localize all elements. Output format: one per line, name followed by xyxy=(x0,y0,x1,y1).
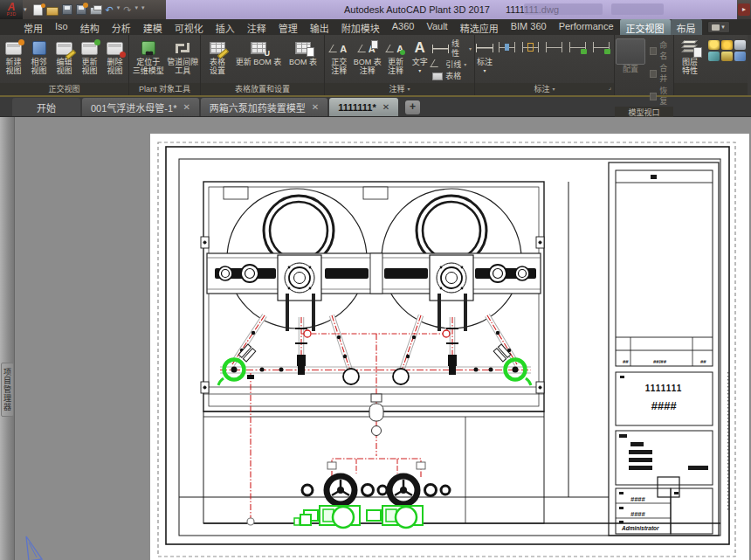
update-bom-table-button[interactable]: 更新 BOM 表 xyxy=(233,37,284,66)
new-view-button[interactable]: 新建视图 xyxy=(1,37,26,75)
close-tab-icon[interactable]: ✕ xyxy=(312,103,319,112)
ribbon-tab-home[interactable]: 常用 xyxy=(17,19,49,35)
dimension-dialog-launcher-icon[interactable]: ⌟ xyxy=(609,81,611,93)
viewport-config-icon xyxy=(616,38,645,65)
edit-view-button[interactable]: 编辑视图 xyxy=(52,37,77,75)
save-as-icon[interactable] xyxy=(76,4,86,15)
redo-dropdown-icon[interactable]: ▾ xyxy=(134,4,138,16)
drawing-number: 1111111 xyxy=(645,384,683,393)
viewport-join-icon xyxy=(650,70,657,78)
app-logo-letter: A xyxy=(8,3,16,11)
redo-icon[interactable]: ↷ xyxy=(123,4,131,16)
titlebar-right-icon[interactable]: ▸ xyxy=(738,3,750,16)
table-setup-button[interactable]: 表格设置 xyxy=(202,37,233,75)
ribbon-tab-manage[interactable]: 管理 xyxy=(272,19,304,35)
ribbon-display-toggle[interactable]: ▾ xyxy=(707,21,730,33)
new-drawing-icon[interactable] xyxy=(33,4,43,16)
viewport-restore-button[interactable]: 恢复 xyxy=(650,86,671,107)
drawing-canvas[interactable]: ## ##/## ## 1111111 #### #### #### Admin… xyxy=(0,117,751,560)
edit-view-icon xyxy=(56,42,72,55)
update-annotation-button[interactable]: A 更新注释 xyxy=(382,37,410,75)
new-tab-button[interactable]: + xyxy=(405,100,420,114)
undo-dropdown-icon[interactable]: ▾ xyxy=(117,4,121,16)
dim-reassociate-icon[interactable] xyxy=(522,42,539,52)
ribbon-tab-structure[interactable]: 结构 xyxy=(74,19,106,35)
panel-label-dimension[interactable]: 标注▾⌟ xyxy=(475,83,614,95)
adjacent-view-icon xyxy=(32,41,46,55)
update-view-button[interactable]: 更新视图 xyxy=(77,37,102,75)
layer-match-icon[interactable] xyxy=(734,52,746,61)
file-tab-start[interactable]: 开始 xyxy=(12,98,80,116)
file-tab-dosing-model[interactable]: 两箱六泵加药装置模型 ✕ xyxy=(201,98,327,116)
ribbon-tab-output[interactable]: 输出 xyxy=(304,19,335,35)
project-manager-tab[interactable]: 项目管理器 xyxy=(1,363,14,417)
app-menu-chevron-icon[interactable]: ▾ xyxy=(24,6,27,13)
plot-icon[interactable] xyxy=(90,7,102,15)
ribbon-tab-visualize[interactable]: 可视化 xyxy=(169,19,210,35)
ribbon-tab-bar: 常用 Iso 结构 分析 建模 可视化 插入 注释 管理 输出 附加模块 A36… xyxy=(0,19,751,35)
linear-dim-item[interactable]: 线性▾ xyxy=(432,39,472,59)
locate-in-3d-model-button[interactable]: 定位于三维模型 xyxy=(130,37,166,75)
titlebar: A P3D ▾ ↶ ▾ ↷ ▾ ▾ Autodesk AutoCAD Plant… xyxy=(0,0,751,19)
ribbon-tab-addins[interactable]: 附加模块 xyxy=(335,19,386,35)
dim-baseline-icon[interactable] xyxy=(546,42,562,52)
delete-view-button[interactable]: 删除视图 xyxy=(102,37,127,75)
ribbon-tab-a360[interactable]: A360 xyxy=(386,19,421,35)
undo-icon[interactable]: ↶ xyxy=(106,4,114,16)
dimension-button[interactable]: 标注▾ xyxy=(476,37,493,75)
bom-table-icon xyxy=(295,42,311,54)
qat-customize-icon[interactable]: ▾ xyxy=(141,4,145,16)
bom-table-button[interactable]: BOM 表 xyxy=(284,37,322,66)
text-icon: A xyxy=(415,39,425,57)
layer-isolate-icon[interactable] xyxy=(708,52,720,61)
pipe-gap-tool-button[interactable]: 管道间隙工具 xyxy=(166,37,199,75)
delete-view-icon xyxy=(107,42,123,55)
leader-icon xyxy=(432,61,443,70)
ribbon-tab-featured-apps[interactable]: 精选应用 xyxy=(454,19,505,35)
viewport-join-button[interactable]: 合并 xyxy=(650,63,671,84)
infocenter-buttons-area[interactable] xyxy=(611,3,664,15)
dim-check-icon[interactable] xyxy=(569,42,586,52)
ribbon-tab-layout[interactable]: 布局 xyxy=(671,19,702,35)
viewport-named-button[interactable]: 命名 xyxy=(650,40,671,61)
open-icon[interactable] xyxy=(46,7,59,16)
panel-label-annotate[interactable]: 注释▾ xyxy=(325,83,474,95)
close-tab-icon[interactable]: ✕ xyxy=(183,103,189,112)
ribbon-tab-bim360[interactable]: BIM 360 xyxy=(505,19,553,35)
ribbon-tab-analysis[interactable]: 分析 xyxy=(106,19,137,35)
ribbon-tab-iso[interactable]: Iso xyxy=(49,19,74,35)
tb-cell-right: ## xyxy=(700,359,706,364)
ortho-annotation-button[interactable]: A 正交注释 xyxy=(326,37,353,75)
dim-check2-icon[interactable] xyxy=(593,42,610,52)
tb-cell-left: ## xyxy=(623,359,629,364)
ribbon-tab-insert[interactable]: 插入 xyxy=(210,19,241,35)
layer-lock-icon[interactable] xyxy=(721,52,733,61)
layer-thaw-icon[interactable] xyxy=(721,40,733,50)
dim-update-icon[interactable] xyxy=(499,42,515,52)
project-manager-label: 项目管理器 xyxy=(2,368,13,411)
ribbon-tab-vault[interactable]: Vault xyxy=(420,19,453,35)
save-icon[interactable] xyxy=(62,4,72,15)
bom-annotation-button[interactable]: A BOM 表注释 xyxy=(353,37,382,75)
app-title: Autodesk AutoCAD Plant 3D 2017 xyxy=(344,4,490,15)
layer-freeze-icon[interactable] xyxy=(734,40,746,50)
leader-item[interactable]: 引线▾ xyxy=(432,60,472,70)
ribbon-tab-annotate[interactable]: 注释 xyxy=(241,19,272,35)
app-logo-icon[interactable]: A P3D xyxy=(0,0,23,19)
tb-row1: #### xyxy=(630,495,646,503)
file-tab-drawing-001[interactable]: 001气浮进水母管-1* ✕ xyxy=(82,98,199,116)
drawing-viewport[interactable]: ## ##/## ## 1111111 #### #### #### Admin… xyxy=(0,117,751,560)
ribbon-tab-ortho-views[interactable]: 正交视图 xyxy=(620,19,671,35)
file-tab-1111111[interactable]: 1111111* ✕ xyxy=(329,98,398,116)
project-manager-palette-bar[interactable]: 项目管理器 xyxy=(0,117,15,560)
ribbon-tab-modeling[interactable]: 建模 xyxy=(137,19,169,35)
adjacent-view-button[interactable]: 相邻视图 xyxy=(26,37,52,75)
table-item[interactable]: 表格 xyxy=(432,72,472,81)
viewport-config-button[interactable]: 配置 xyxy=(616,37,645,73)
text-button[interactable]: A 文字▾ xyxy=(409,37,431,75)
layer-properties-button[interactable]: 图层特性 xyxy=(675,37,705,75)
close-tab-icon[interactable]: ✕ xyxy=(382,103,389,112)
infocenter-search-area[interactable] xyxy=(524,3,603,15)
layer-on-icon[interactable] xyxy=(708,40,720,50)
ribbon-tab-performance[interactable]: Performance xyxy=(553,19,620,35)
